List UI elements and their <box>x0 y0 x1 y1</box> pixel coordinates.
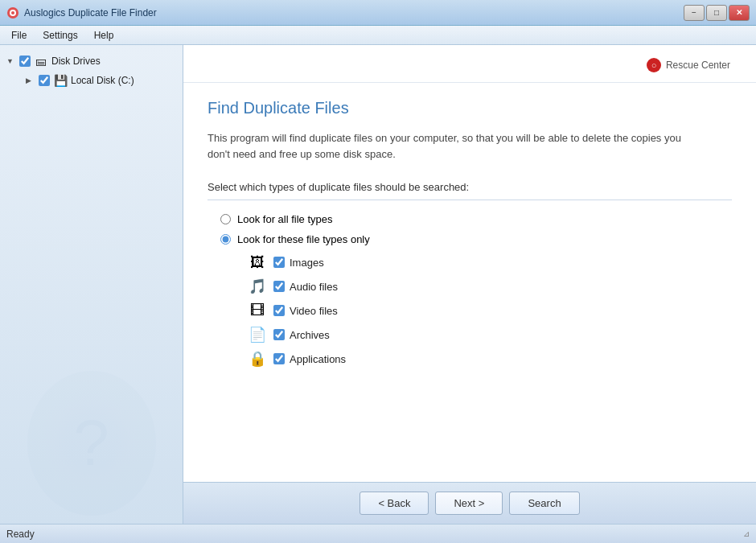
status-text: Ready <box>6 529 35 540</box>
maximize-button[interactable]: □ <box>706 5 727 21</box>
video-icon: 🎞 <box>246 302 269 319</box>
file-types-list: 🖼 Images 🎵 Audio files 🎞 Video files 📄 <box>246 253 732 368</box>
svg-point-2 <box>11 11 14 14</box>
archives-label: Archives <box>290 329 330 341</box>
applications-label: Applications <box>290 353 346 365</box>
watermark-circle: ? <box>27 371 156 516</box>
archives-checkbox[interactable] <box>273 329 285 340</box>
back-button[interactable]: < Back <box>360 492 429 515</box>
page-title: Find Duplicate Files <box>207 99 732 117</box>
tree-child-local-disk: ▶ 💾 Local Disk (C:) <box>19 71 183 90</box>
list-item: 🔒 Applications <box>246 350 732 368</box>
applications-icon: 🔒 <box>246 350 269 368</box>
content-area: ○ Rescue Center Find Duplicate Files Thi… <box>183 45 756 524</box>
list-item: 📄 Archives <box>246 326 732 343</box>
list-item: 🎵 Audio files <box>246 278 732 295</box>
local-disk-icon: 💾 <box>53 73 68 88</box>
audio-checkbox[interactable] <box>273 281 285 292</box>
applications-checkbox[interactable] <box>273 353 285 364</box>
search-button[interactable]: Search <box>509 492 579 515</box>
sidebar: ▼ 🖴 Disk Drives ▶ 💾 Local Disk (C:) ? <box>0 45 183 524</box>
images-label: Images <box>290 257 324 269</box>
audio-icon: 🎵 <box>246 278 269 295</box>
app-icon <box>6 6 19 19</box>
page-description: This program will find duplicate files o… <box>207 130 706 162</box>
tree-root-label: Disk Drives <box>51 56 101 67</box>
main-layout: ▼ 🖴 Disk Drives ▶ 💾 Local Disk (C:) ? ○ … <box>0 45 756 524</box>
rescue-center-button[interactable]: ○ Rescue Center <box>640 55 737 76</box>
section-divider <box>207 200 732 200</box>
resize-grip: ⊿ <box>743 529 750 538</box>
content-body: Find Duplicate Files This program will f… <box>183 83 756 482</box>
rescue-icon: ○ <box>647 58 661 72</box>
sidebar-watermark: ? <box>27 379 156 508</box>
tree-checkbox-root[interactable] <box>19 56 31 67</box>
content-header: ○ Rescue Center <box>183 45 756 83</box>
disk-drives-icon: 🖴 <box>34 54 48 68</box>
menu-help[interactable]: Help <box>86 28 122 43</box>
list-item: 🖼 Images <box>246 253 732 271</box>
video-checkbox[interactable] <box>273 305 285 316</box>
tree-arrow-child[interactable]: ▶ <box>26 76 39 84</box>
radio-all-types[interactable]: Look for all file types <box>220 213 732 225</box>
images-checkbox[interactable] <box>273 257 285 268</box>
audio-label: Audio files <box>290 281 338 293</box>
tree-child-label: Local Disk (C:) <box>71 75 134 86</box>
radio-all-label: Look for all file types <box>237 213 333 225</box>
window-controls: − □ ✕ <box>684 5 750 21</box>
status-bar: Ready ⊿ <box>0 524 756 543</box>
archives-icon: 📄 <box>246 326 269 343</box>
next-button[interactable]: Next > <box>435 492 503 515</box>
list-item: 🎞 Video files <box>246 302 732 319</box>
menu-bar: File Settings Help <box>0 26 756 45</box>
radio-these-label: Look for these file types only <box>237 233 370 245</box>
radio-these-types[interactable]: Look for these file types only <box>220 233 732 245</box>
menu-settings[interactable]: Settings <box>35 28 85 43</box>
radio-these-input[interactable] <box>220 234 231 245</box>
rescue-center-label: Rescue Center <box>666 60 730 71</box>
minimize-button[interactable]: − <box>684 5 705 21</box>
title-bar: Auslogics Duplicate File Finder − □ ✕ <box>0 0 756 26</box>
video-label: Video files <box>290 305 338 317</box>
close-button[interactable]: ✕ <box>729 5 750 21</box>
tree-item-local-disk[interactable]: ▶ 💾 Local Disk (C:) <box>19 71 183 90</box>
radio-all-input[interactable] <box>220 214 231 224</box>
tree-root-disk-drives[interactable]: ▼ 🖴 Disk Drives <box>0 51 183 71</box>
tree-arrow-root[interactable]: ▼ <box>6 57 19 65</box>
tree-checkbox-child[interactable] <box>39 75 50 86</box>
window-title: Auslogics Duplicate File Finder <box>24 7 684 19</box>
images-icon: 🖼 <box>246 253 269 271</box>
bottom-navigation-bar: < Back Next > Search <box>183 482 756 524</box>
menu-file[interactable]: File <box>3 28 35 43</box>
section-label: Select which types of duplicate files sh… <box>207 181 732 193</box>
